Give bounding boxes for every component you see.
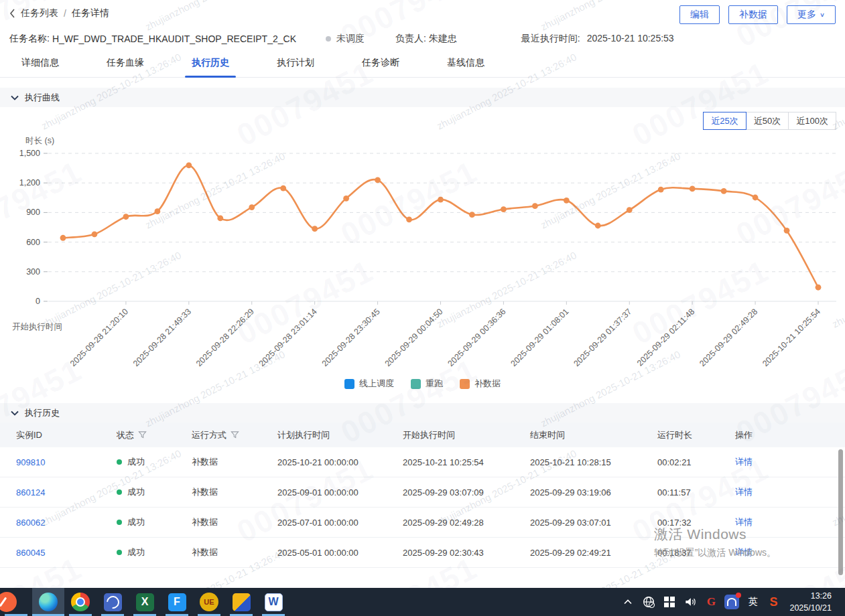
data-point[interactable] <box>280 185 286 191</box>
network-globe-icon[interactable] <box>640 588 657 616</box>
chrome-icon[interactable] <box>64 588 96 616</box>
range-button-2[interactable]: 近100次 <box>788 112 836 130</box>
legend-label: 重跑 <box>426 378 443 390</box>
end-time-cell: 2025-09-29 03:19:06 <box>530 487 657 497</box>
data-point[interactable] <box>217 216 223 222</box>
dingtalk-icon[interactable] <box>96 588 129 616</box>
tab-2[interactable]: 执行历史 <box>190 57 231 77</box>
excel-icon[interactable] <box>129 588 161 616</box>
x-tick-label: 2025-10-21 10:25:54 <box>761 307 822 368</box>
range-button-0[interactable]: 近25次 <box>703 112 746 130</box>
success-dot-icon <box>117 520 122 525</box>
sogou-tray-icon[interactable]: S <box>765 588 782 616</box>
data-point[interactable] <box>784 228 790 234</box>
data-point[interactable] <box>249 204 255 210</box>
data-point[interactable] <box>501 206 507 212</box>
data-point[interactable] <box>690 185 696 191</box>
notification-app-tray-icon[interactable] <box>723 588 740 616</box>
run-mode-cell: 补数据 <box>192 456 277 468</box>
data-point[interactable] <box>627 207 633 213</box>
instance-id-link[interactable]: 860045 <box>16 548 45 558</box>
instance-id-link[interactable]: 909810 <box>16 457 45 467</box>
edge-icon[interactable] <box>32 588 64 616</box>
windows-grid-icon[interactable] <box>661 588 678 616</box>
legend-label: 线上调度 <box>359 378 394 390</box>
pen-app-icon[interactable] <box>0 588 32 616</box>
table-row: 860124成功补数据2025-09-01 00:00:002025-09-29… <box>0 477 845 508</box>
tab-4[interactable]: 任务诊断 <box>361 57 401 77</box>
tab-3[interactable]: 执行计划 <box>275 57 316 77</box>
data-point[interactable] <box>375 177 381 183</box>
ultraedit-icon[interactable]: UE <box>193 588 225 616</box>
backfill-button[interactable]: 补数据 <box>728 5 778 24</box>
filter-icon[interactable] <box>231 431 239 439</box>
data-point[interactable] <box>312 226 318 232</box>
filter-icon[interactable] <box>138 431 147 439</box>
word-icon[interactable] <box>257 588 289 616</box>
range-button-1[interactable]: 近50次 <box>746 112 789 130</box>
status-dot-icon <box>326 36 331 42</box>
volume-icon[interactable] <box>681 588 699 616</box>
data-point[interactable] <box>123 214 129 220</box>
chart-legend: 线上调度重跑补数据 <box>0 378 845 390</box>
start-time-cell: 2025-10-21 10:25:54 <box>403 457 530 467</box>
word-icon <box>265 593 283 611</box>
legend-item-0[interactable]: 线上调度 <box>344 378 394 390</box>
history-section-header[interactable]: 执行历史 <box>0 403 845 422</box>
data-point[interactable] <box>721 188 727 194</box>
foxmail-icon[interactable] <box>225 588 257 616</box>
data-point[interactable] <box>658 187 664 193</box>
finereport-icon[interactable] <box>161 588 193 616</box>
g-app-tray-icon[interactable]: G <box>702 588 720 616</box>
detail-link[interactable]: 详情 <box>735 547 753 557</box>
back-icon[interactable] <box>9 9 15 18</box>
tab-0[interactable]: 详细信息 <box>20 57 60 77</box>
legend-item-2[interactable]: 补数据 <box>460 378 501 390</box>
detail-link[interactable]: 详情 <box>735 457 753 467</box>
y-tick-label: 0 <box>36 297 40 306</box>
column-header-3: 计划执行时间 <box>277 429 403 441</box>
data-point[interactable] <box>154 208 160 214</box>
owner: 负责人: 朱建忠 <box>395 33 457 45</box>
data-point[interactable] <box>595 223 601 229</box>
chevron-down-icon <box>11 95 19 100</box>
tray-expand-icon[interactable] <box>619 588 637 616</box>
detail-link[interactable]: 详情 <box>735 517 753 527</box>
data-point[interactable] <box>532 203 538 209</box>
schedule-status: 未调度 <box>326 33 365 45</box>
x-tick-label: 2025-09-29 01:08:01 <box>509 307 570 368</box>
run-mode-cell: 补数据 <box>192 516 277 528</box>
data-point[interactable] <box>753 195 759 201</box>
edit-button[interactable]: 编辑 <box>679 5 720 24</box>
data-point[interactable] <box>60 235 66 241</box>
data-point[interactable] <box>438 197 444 203</box>
tab-5[interactable]: 基线信息 <box>446 57 486 77</box>
end-time-cell: 2025-09-29 02:49:21 <box>530 548 657 558</box>
breadcrumb-task-detail: 任务详情 <box>72 7 109 19</box>
detail-link[interactable]: 详情 <box>735 487 753 497</box>
tab-1[interactable]: 任务血缘 <box>105 57 145 77</box>
data-point[interactable] <box>816 285 822 291</box>
execution-line-chart[interactable]: 03006009001,2001,5002025-09-28 21:20:102… <box>0 131 845 374</box>
planned-time-cell: 2025-10-21 00:00:00 <box>277 457 403 467</box>
data-point[interactable] <box>186 163 192 169</box>
legend-item-1[interactable]: 重跑 <box>411 378 443 390</box>
instance-id-link[interactable]: 860124 <box>16 487 45 497</box>
edge-icon <box>39 593 58 611</box>
curve-section-header[interactable]: 执行曲线 <box>0 88 845 107</box>
breadcrumb-task-list[interactable]: 任务列表 <box>21 7 58 19</box>
data-point[interactable] <box>343 196 349 202</box>
more-button[interactable]: 更多∨ <box>787 5 836 24</box>
table-scrollbar[interactable] <box>838 449 843 575</box>
data-point[interactable] <box>406 216 412 222</box>
history-table: 实例ID状态运行方式计划执行时间开始执行时间结束时间运行时长操作 909810成… <box>0 422 845 568</box>
data-point[interactable] <box>469 212 475 218</box>
taskbar-clock[interactable]: 13:26 2025/10/21 <box>785 590 838 614</box>
x-tick-label: 2025-09-29 00:04:50 <box>383 307 445 368</box>
instance-id-link[interactable]: 860062 <box>16 518 45 528</box>
header-actions: 编辑补数据更多∨ <box>679 5 836 24</box>
data-point[interactable] <box>564 198 570 204</box>
y-tick-label: 1,200 <box>19 178 40 187</box>
ime-indicator[interactable]: 英 <box>744 588 761 616</box>
data-point[interactable] <box>92 231 98 237</box>
